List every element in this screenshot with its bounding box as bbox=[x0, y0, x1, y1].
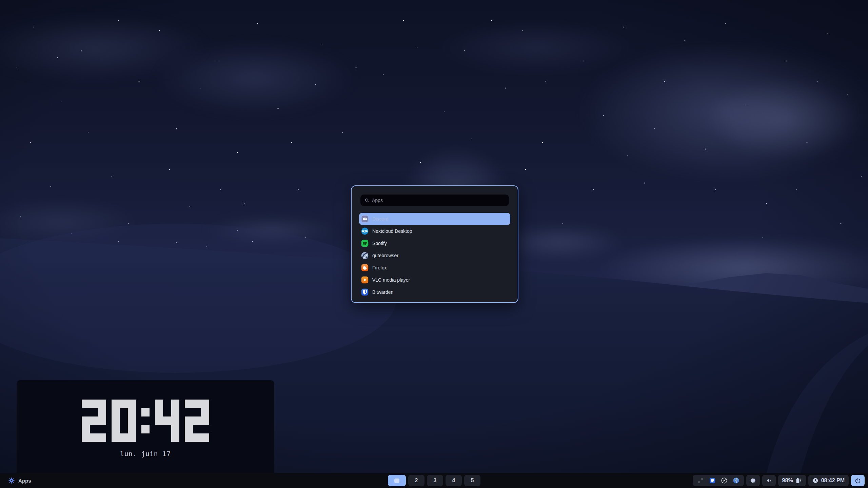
app-row-spotify[interactable]: Spotify bbox=[359, 237, 510, 249]
app-row-bitwarden[interactable]: Bitwarden bbox=[359, 286, 510, 298]
workspace-button-5[interactable]: 5 bbox=[464, 475, 480, 486]
bluetooth-icon[interactable] bbox=[733, 477, 739, 484]
desktop: lun. juin 17 Discord bbox=[0, 0, 868, 488]
clock-date: lun. juin 17 bbox=[17, 450, 274, 458]
workspace-button-2[interactable]: 2 bbox=[408, 475, 425, 486]
battery-icon bbox=[795, 477, 802, 484]
nextcloud-icon bbox=[361, 227, 369, 235]
app-row-qutebrowser[interactable]: qutebrowser bbox=[359, 249, 510, 262]
search-icon bbox=[364, 198, 370, 203]
app-label: qutebrowser bbox=[372, 253, 398, 258]
volume-icon bbox=[766, 477, 772, 484]
night-light-icon bbox=[750, 477, 756, 484]
clock-widget: lun. juin 17 bbox=[17, 380, 274, 473]
app-row-discord[interactable]: Discord bbox=[359, 213, 510, 225]
app-label: Nextcloud Desktop bbox=[372, 228, 412, 234]
spotify-icon bbox=[361, 240, 369, 247]
clock-time-digits bbox=[17, 400, 274, 442]
app-row-nextcloud[interactable]: Nextcloud Desktop bbox=[359, 225, 510, 237]
app-label: Firefox bbox=[372, 265, 387, 270]
workspace-button-1[interactable] bbox=[388, 475, 406, 486]
app-label: Bitwarden bbox=[372, 289, 393, 295]
system-tray: 98% 08:42 PM bbox=[693, 475, 865, 486]
apps-button-label: Apps bbox=[18, 478, 31, 484]
clock-icon bbox=[812, 477, 818, 484]
app-label: Discord bbox=[372, 216, 388, 222]
battery-percent: 98% bbox=[782, 477, 793, 484]
app-label: Spotify bbox=[372, 241, 387, 246]
network-arrows-icon[interactable] bbox=[697, 477, 704, 484]
bar-clock-time: 08:42 PM bbox=[821, 477, 845, 484]
search-input[interactable] bbox=[371, 197, 505, 203]
app-label: VLC media player bbox=[372, 277, 410, 283]
app-row-vlc[interactable]: VLC media player bbox=[359, 274, 510, 286]
qutebrowser-icon bbox=[361, 252, 369, 259]
bitwarden-tray-icon[interactable] bbox=[709, 477, 716, 484]
power-icon bbox=[854, 477, 861, 484]
workspace-button-4[interactable]: 4 bbox=[446, 475, 462, 486]
discord-icon bbox=[361, 215, 369, 223]
active-workspace-dot bbox=[394, 479, 399, 483]
check-circle-icon[interactable] bbox=[721, 477, 728, 484]
volume-button[interactable] bbox=[762, 475, 776, 486]
vlc-icon bbox=[361, 276, 369, 284]
app-launcher: Discord Nextcloud Desktop Spot bbox=[351, 185, 518, 303]
workspace-switcher: 2 3 4 5 bbox=[388, 475, 480, 486]
app-row-firefox[interactable]: Firefox bbox=[359, 262, 510, 274]
launcher-search-box[interactable] bbox=[360, 195, 509, 206]
bar-clock-button[interactable]: 08:42 PM bbox=[808, 475, 849, 486]
tray-icon-group bbox=[693, 475, 744, 486]
firefox-icon bbox=[361, 264, 369, 271]
app-list: Discord Nextcloud Desktop Spot bbox=[359, 213, 510, 298]
power-button[interactable] bbox=[851, 475, 865, 486]
apps-menu-button[interactable]: Apps bbox=[8, 473, 31, 488]
taskbar: Apps 2 3 4 5 bbox=[0, 473, 868, 488]
bitwarden-icon bbox=[361, 288, 369, 296]
night-light-button[interactable] bbox=[746, 475, 760, 486]
battery-button[interactable]: 98% bbox=[778, 475, 806, 486]
gear-icon bbox=[8, 477, 15, 484]
workspace-button-3[interactable]: 3 bbox=[427, 475, 443, 486]
